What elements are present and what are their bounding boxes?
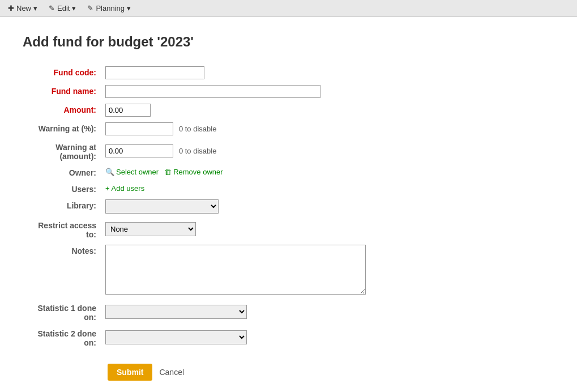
warning-amt-hint: 0 to disable (179, 147, 217, 155)
new-label: New (16, 4, 31, 12)
page-title: Add fund for budget '2023' (23, 34, 554, 50)
edit-dropdown-icon: ▾ (72, 4, 76, 12)
planning-menu-button[interactable]: ✎ Planning ▾ (84, 2, 134, 14)
remove-owner-label: Remove owner (173, 168, 223, 176)
edit-label: Edit (57, 4, 70, 12)
plus-users-icon: + (105, 184, 110, 193)
select-owner-button[interactable]: 🔍 Select owner (105, 168, 159, 176)
remove-owner-button[interactable]: 🗑 Remove owner (164, 168, 223, 176)
amount-label: Amount: (23, 101, 102, 120)
form: Fund code: Fund name: Amount: (23, 63, 554, 350)
restrict-label: Restrict access to: (23, 216, 102, 242)
library-label: Library: (23, 197, 102, 216)
edit-pencil-icon: ✎ (49, 4, 55, 12)
users-label: Users: (23, 180, 102, 197)
owner-label: Owner: (23, 164, 102, 180)
main-content: Add fund for budget '2023' Fund code: Fu… (0, 17, 577, 392)
warning-pct-label: Warning at (%): (23, 120, 102, 138)
warning-amt-input[interactable] (105, 144, 173, 157)
fund-code-required-label: Fund code: (54, 68, 96, 77)
cancel-button[interactable]: Cancel (159, 368, 184, 377)
select-owner-label: Select owner (116, 168, 159, 176)
add-users-button[interactable]: + Add users (105, 184, 551, 193)
fund-name-input[interactable] (105, 85, 320, 98)
library-select[interactable] (105, 199, 219, 214)
toolbar: ✚ New ▾ ✎ Edit ▾ ✎ Planning ▾ (0, 0, 577, 17)
edit-menu-button[interactable]: ✎ Edit ▾ (45, 2, 79, 14)
restrict-access-select[interactable]: None (105, 222, 196, 236)
new-menu-button[interactable]: ✚ New ▾ (5, 2, 41, 14)
fund-name-required-label: Fund name: (52, 87, 96, 96)
statistic2-select[interactable] (105, 330, 247, 344)
warning-pct-hint: 0 to disable (179, 125, 217, 133)
owner-section: 🔍 Select owner 🗑 Remove owner (105, 168, 551, 176)
stat1-label: Statistic 1 done on: (23, 299, 102, 325)
stat2-label: Statistic 2 done on: (23, 325, 102, 350)
fund-name-label: Fund name: (23, 82, 102, 101)
warning-amt-label: Warning at (amount): (23, 138, 102, 164)
search-icon: 🔍 (105, 168, 114, 176)
planning-label: Planning (96, 4, 125, 12)
form-actions: Submit Cancel (23, 364, 554, 381)
plus-icon: ✚ (8, 4, 14, 12)
amount-input[interactable] (105, 104, 151, 117)
planning-dropdown-icon: ▾ (127, 4, 131, 12)
amount-required-label: Amount: (63, 105, 96, 114)
notes-label: Notes: (23, 242, 102, 299)
add-users-label: Add users (112, 184, 145, 193)
planning-pencil-icon: ✎ (87, 4, 93, 12)
warning-pct-input[interactable] (105, 122, 173, 135)
fund-code-input[interactable] (105, 66, 204, 79)
new-dropdown-icon: ▾ (33, 4, 37, 12)
notes-textarea[interactable] (105, 245, 366, 295)
submit-button[interactable]: Submit (108, 364, 152, 381)
trash-icon: 🗑 (164, 168, 172, 176)
fund-code-label: Fund code: (23, 63, 102, 82)
statistic1-select[interactable] (105, 305, 247, 319)
